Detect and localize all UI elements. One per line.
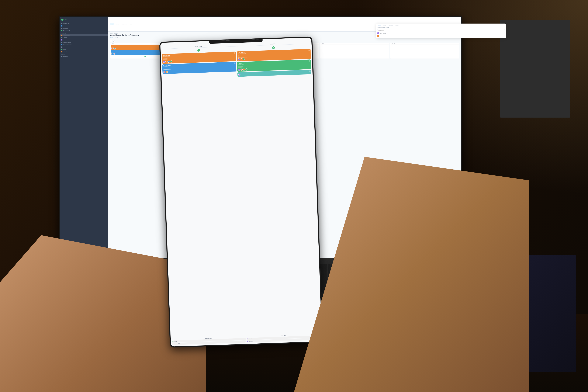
phone-avatar (242, 58, 245, 60)
phone-mini-dot-3 (247, 338, 248, 340)
rp-search-input[interactable] (377, 29, 505, 31)
phone-card-tag-peinture: Peinture intérieure (163, 68, 170, 70)
phone-avatar (240, 58, 242, 60)
nav-parametres[interactable]: Paramètres (121, 24, 128, 25)
phone-avatar (245, 68, 247, 70)
data-icon (61, 25, 62, 26)
contacts-icon (61, 56, 62, 57)
catalog-icon (61, 44, 62, 45)
avatar: K (114, 53, 115, 54)
phone-mini-text-2: Formations CSI (174, 343, 180, 344)
rp-label: Coordinateur de chantier du chantier (377, 27, 505, 28)
phone-add-btn-lundi[interactable]: + (197, 49, 200, 52)
avatar: F (112, 48, 114, 50)
phone-avatar (166, 71, 168, 73)
tab-activites[interactable]: Activités (115, 37, 118, 39)
tab-planifies[interactable]: Planifiés (110, 37, 114, 39)
group-icon (61, 49, 62, 50)
sidebar-item-label: Feuilles de présence (63, 42, 71, 43)
sidebar-item-label: Groupes (63, 49, 66, 50)
phone-mini-text-1: L'Aubette (174, 341, 177, 342)
phone-card-close-toitures[interactable]: × (308, 50, 310, 51)
phone-card-close-boeuf[interactable]: × (234, 62, 236, 64)
sidebar-item-catalogue[interactable]: Catalogue de travaux (60, 44, 108, 46)
avatar: B (114, 48, 115, 50)
add-event-btn-1[interactable]: + (144, 56, 146, 57)
section-accueil: ACCUEIL (60, 53, 108, 55)
scene: Techtime Tableau de bord Data Technicien… (0, 0, 588, 392)
dashboard-icon (61, 23, 62, 24)
sidebar-item-contacts[interactable]: Mes contacts (60, 55, 108, 58)
cal-day-5: Vendredi 5 (390, 42, 460, 59)
site-icon (61, 37, 62, 38)
rp-avatar-2 (377, 35, 379, 37)
rp-item-1[interactable]: Meyer Bernard (377, 32, 505, 34)
avatar: B (112, 53, 114, 54)
phone-avatar-row-boeuf (163, 68, 236, 73)
nav-equipes[interactable]: Équipes (115, 24, 120, 25)
sidebar-item-label: Mes contacts (63, 56, 68, 57)
phone-avatar (168, 60, 170, 62)
nav-accueil[interactable]: Accueil (128, 24, 133, 25)
phone-main-grid: Lundi 1 Avril + × Meyer Bernard Rénovati… (160, 40, 322, 338)
sidebar-item-label: Marquage passif (63, 30, 70, 31)
phone-card-boeuf-lundi[interactable]: × Au Bœuf Rouge Intervention Peinture in… (162, 62, 236, 74)
rp-name-2: Accepté (380, 36, 383, 36)
phone-avatar (238, 74, 240, 76)
phone-avatar (163, 71, 166, 73)
filter-dropdown: Clients Équipes Paramètres Accueil Coord… (376, 24, 506, 38)
sidebar-item-interventions[interactable]: Interventions (60, 39, 108, 41)
phone-avatar (163, 61, 165, 63)
phone-card-meyer[interactable]: × Meyer Bernard Rénovation maison Charpe… (162, 52, 236, 64)
sidebar-item-saisie[interactable]: Saisie (60, 46, 108, 48)
sidebar-item-marquage[interactable]: Marquage passif (60, 30, 108, 32)
rp-tab-3[interactable]: Paramètres (388, 24, 394, 26)
sidebar-item-feuilles[interactable]: Feuilles de présence (60, 41, 108, 44)
sidebar-item-dashboard[interactable]: Tableau de bord (60, 22, 108, 25)
cal-next[interactable]: ▶ (113, 40, 115, 42)
cal-prev[interactable]: ◀ (110, 40, 112, 42)
sidebar-item-label: Data (63, 26, 65, 26)
sidebar-item-label: Tableau de bord (63, 23, 70, 24)
rp-item-2[interactable]: Accepté (377, 34, 505, 37)
cal-day-4: Jeudi 4 (320, 42, 389, 59)
phone-mini-text-3: L'Aubette (248, 338, 252, 340)
sidebar-item-chantiers[interactable]: Chantiers (60, 36, 108, 39)
rp-avatar-1 (377, 32, 379, 34)
rp-tab-2[interactable]: Équipes (382, 24, 387, 26)
rp-tab-4[interactable]: Accueil (395, 24, 399, 26)
avatar: F (115, 48, 116, 50)
timesheet-icon (61, 42, 62, 43)
sidebar-item-planning[interactable]: Planning chantier (60, 34, 108, 36)
phone-add-btn-mardi[interactable]: + (272, 46, 275, 49)
nav-clients[interactable]: Clients (110, 24, 114, 25)
sidebar: Techtime Tableau de bord Data Technicien… (60, 17, 108, 263)
sidebar-logo: Techtime (60, 18, 108, 22)
sidebar-item-label: Interventions (63, 40, 68, 40)
phone: Lundi 1 Avril + × Meyer Bernard Rénovati… (159, 37, 323, 348)
logo-icon (61, 19, 63, 21)
sidebar-item-independants[interactable]: Indépendants (60, 51, 108, 53)
rp-tabs: Clients Équipes Paramètres Accueil (377, 24, 505, 26)
sidebar-item-groupes[interactable]: Groupes (60, 48, 108, 51)
rp-tab-1[interactable]: Clients (377, 24, 381, 26)
phone-day-mardi: Mardi 2 Avril + × Au Bœuf Rouge Rénovati… (236, 42, 320, 335)
phone-mini-dot-1 (172, 341, 174, 342)
phone-content: Lundi 1 Avril + × Meyer Bernard Rénovati… (160, 38, 322, 346)
sidebar-item-data[interactable]: Data (60, 25, 108, 27)
phone-card-toitures[interactable]: × Au Bœuf Rouge Rénovation restaurant To… (237, 49, 311, 62)
phone-card-close-teal[interactable]: × (309, 70, 311, 72)
phone-card-close-aubette[interactable]: × (309, 60, 310, 62)
sidebar-item-techniciens[interactable]: Techniciens (60, 27, 108, 30)
phone-card-close-meyer[interactable]: × (234, 52, 235, 54)
phone-card-aubette[interactable]: × L'Aubette Formations CSI Charpente (237, 60, 311, 72)
phone-avatar (166, 61, 168, 63)
phone-mini-dot-4 (247, 341, 248, 342)
technician-icon (61, 28, 62, 29)
sidebar-item-label: Planning chantier (63, 35, 70, 36)
phone-avatar (240, 68, 242, 70)
independent-icon (61, 51, 62, 52)
phone-avatar-row-teal (238, 71, 310, 76)
sidebar-item-label: Techniciens (63, 28, 68, 29)
top-nav: Clients Équipes Paramètres Accueil (110, 24, 133, 25)
